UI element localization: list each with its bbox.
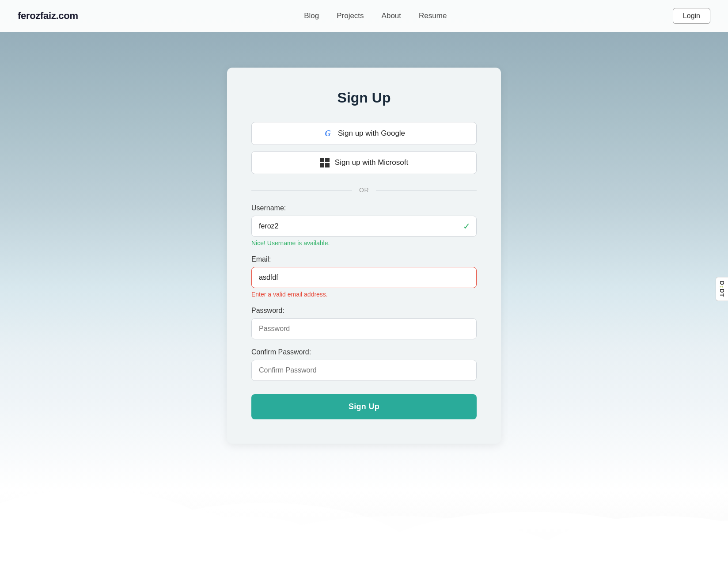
badge-dt-text: DT — [719, 289, 725, 297]
confirm-password-input-wrapper — [251, 360, 477, 381]
email-input-wrapper — [251, 267, 477, 288]
nav-resume[interactable]: Resume — [419, 11, 447, 20]
google-signup-button[interactable]: G Sign up with Google — [251, 122, 477, 145]
nav-about[interactable]: About — [382, 11, 401, 20]
or-line-right — [376, 190, 477, 190]
or-text: OR — [359, 186, 369, 194]
microsoft-signup-label: Sign up with Microsoft — [335, 158, 408, 167]
svg-rect-12 — [0, 569, 728, 578]
email-error-message: Enter a valid email address. — [251, 291, 477, 298]
or-line-left — [251, 190, 352, 190]
username-success-message: Nice! Username is available. — [251, 240, 477, 247]
username-checkmark-icon: ✓ — [463, 221, 470, 232]
nav-projects[interactable]: Projects — [337, 11, 364, 20]
navbar: ferozfaiz.com Blog Projects About Resume… — [0, 0, 728, 32]
username-group: Username: ✓ Nice! Username is available. — [251, 204, 477, 247]
google-icon: G — [323, 129, 333, 138]
signup-title: Sign Up — [251, 90, 477, 106]
email-group: Email: Enter a valid email address. — [251, 255, 477, 298]
signup-submit-button[interactable]: Sign Up — [251, 394, 477, 419]
nav-blog[interactable]: Blog — [304, 11, 319, 20]
or-divider: OR — [251, 186, 477, 194]
password-label: Password: — [251, 307, 477, 315]
username-input[interactable] — [251, 216, 477, 237]
login-button[interactable]: Login — [673, 8, 710, 24]
microsoft-signup-button[interactable]: Sign up with Microsoft — [251, 151, 477, 174]
password-group: Password: — [251, 307, 477, 339]
username-label: Username: — [251, 204, 477, 212]
google-signup-label: Sign up with Google — [338, 129, 405, 138]
password-input-wrapper — [251, 318, 477, 339]
side-badge: D↕DT — [716, 277, 728, 301]
email-label: Email: — [251, 255, 477, 263]
site-brand: ferozfaiz.com — [18, 10, 78, 22]
badge-d-text: D — [719, 281, 725, 285]
main-content: Sign Up G Sign up with Google Sign up wi… — [0, 32, 728, 444]
username-input-wrapper: ✓ — [251, 216, 477, 237]
nav-links: Blog Projects About Resume — [304, 11, 447, 20]
password-input[interactable] — [251, 318, 477, 339]
email-input[interactable] — [251, 267, 477, 288]
signup-card: Sign Up G Sign up with Google Sign up wi… — [227, 68, 501, 444]
confirm-password-label: Confirm Password: — [251, 348, 477, 356]
confirm-password-input[interactable] — [251, 360, 477, 381]
badge-separator: ↕ — [719, 285, 725, 289]
confirm-password-group: Confirm Password: — [251, 348, 477, 381]
microsoft-icon — [320, 158, 330, 167]
